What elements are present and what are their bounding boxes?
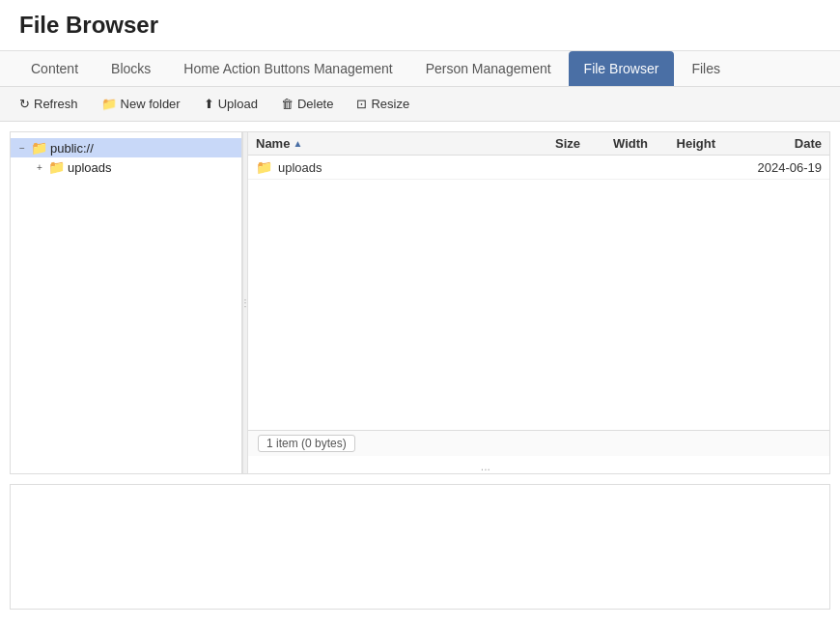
tab-files[interactable]: Files [676,51,736,86]
new-folder-button[interactable]: 📁 New folder [92,93,190,115]
tree-toggle-uploads[interactable]: + [34,162,45,173]
new-folder-icon: 📁 [101,97,117,111]
tab-person-management[interactable]: Person Management [410,51,567,86]
file-list-header: Name ▲ Size Width Height Date [248,132,829,156]
col-header-width[interactable]: Width [580,136,648,151]
upload-label: Upload [218,97,258,111]
col-header-name[interactable]: Name ▲ [256,136,513,151]
file-folder-icon: 📁 [256,159,272,175]
col-header-height[interactable]: Height [648,136,715,151]
tab-content[interactable]: Content [15,51,94,86]
preview-panel [10,484,830,610]
refresh-button[interactable]: ↻ Refresh [10,93,88,115]
resize-button[interactable]: ⊡ Resize [347,93,419,115]
file-browser-body: ↻ Refresh 📁 New folder ⬆ Upload 🗑 Delete… [0,87,840,619]
tree-folder-icon-public: 📁 [31,140,47,156]
tree-item-uploads[interactable]: + 📁 uploads [28,157,241,177]
tab-blocks[interactable]: Blocks [96,51,166,86]
file-list-panel: Name ▲ Size Width Height Date 📁 uploads [248,132,829,473]
resize-label: Resize [371,97,409,111]
status-badge: 1 item (0 bytes) [258,435,355,452]
file-name-cell: 📁 uploads [256,159,513,175]
tree-folder-icon-uploads: 📁 [48,159,65,175]
toolbar: ↻ Refresh 📁 New folder ⬆ Upload 🗑 Delete… [0,87,840,122]
tree-collapse-public[interactable]: − [16,143,28,154]
delete-button[interactable]: 🗑 Delete [271,93,344,115]
col-header-size[interactable]: Size [513,136,580,151]
tree-panel: − 📁 public:// + 📁 uploads [11,132,242,473]
col-header-date[interactable]: Date [715,136,822,151]
app-title: File Browser [19,12,821,39]
upload-button[interactable]: ⬆ Upload [194,93,267,115]
new-folder-label: New folder [121,97,181,111]
sort-arrow-name: ▲ [293,138,302,149]
file-name-label: uploads [278,160,322,175]
tree-item-public[interactable]: − 📁 public:// [11,138,241,157]
tab-file-browser[interactable]: File Browser [569,51,675,86]
nav-tabs: Content Blocks Home Action Buttons Manag… [0,51,840,87]
status-bar: 1 item (0 bytes) [248,430,829,456]
file-list-body: 📁 uploads 2024-06-19 [248,156,829,430]
refresh-icon: ↻ [19,97,30,111]
app-header: File Browser [0,0,840,51]
resize-icon: ⊡ [356,97,367,111]
upload-icon: ⬆ [204,97,214,111]
tree-label-uploads: uploads [68,160,112,175]
ellipsis-indicator: ... [481,460,829,473]
file-browser-main: − 📁 public:// + 📁 uploads ⋮ Name ▲ [10,131,830,474]
delete-icon: 🗑 [281,97,294,111]
tree-label-public: public:// [50,141,94,156]
file-date-cell: 2024-06-19 [715,160,822,175]
refresh-label: Refresh [34,97,78,111]
tree-children-public: + 📁 uploads [11,157,241,177]
delete-label: Delete [297,97,334,111]
file-row-uploads[interactable]: 📁 uploads 2024-06-19 [248,156,829,180]
tab-home-action-buttons[interactable]: Home Action Buttons Management [168,51,407,86]
col-name-label: Name [256,136,290,151]
